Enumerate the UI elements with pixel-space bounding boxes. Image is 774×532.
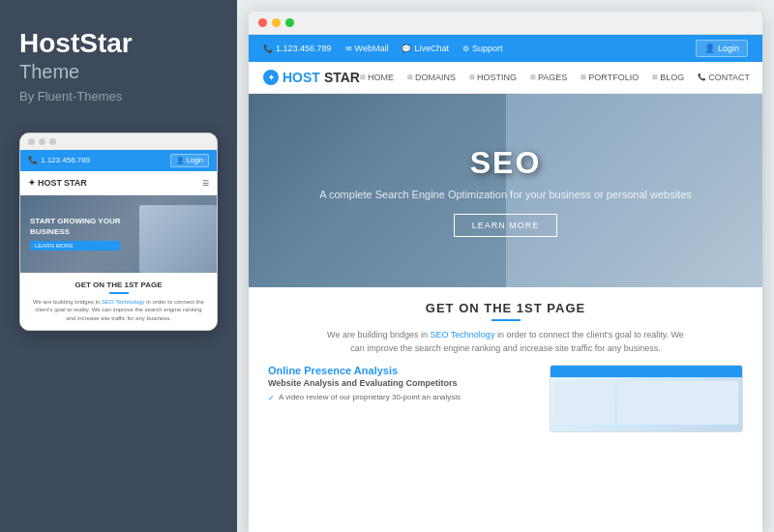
desktop-below-hero: GET ON THE 1ST PAGE We are building brid… — [249, 287, 762, 532]
mobile-phone: 📞 1.123.456.789 — [28, 156, 90, 164]
screenshot-col-1 — [554, 381, 614, 425]
below-seo-link[interactable]: SEO Technology — [431, 330, 495, 340]
nav-contact[interactable]: 📞 CONTACT — [698, 73, 750, 82]
mobile-content: GET ON THE 1ST PAGE We are building brid… — [20, 273, 217, 330]
right-panel: 📞 1.123.456.789 ✉ WebMail 💬 LiveChat ⚙ S… — [237, 0, 774, 532]
mobile-topbar: 📞 1.123.456.789 👤 Login — [20, 150, 217, 171]
home-icon: ⊞ — [360, 74, 366, 81]
contact-icon: 📞 — [698, 74, 706, 81]
desktop-contact-info: 📞 1.123.456.789 ✉ WebMail 💬 LiveChat ⚙ S… — [263, 44, 502, 53]
mobile-divider — [109, 292, 129, 294]
mobile-logo: ✦ HOSTSTAR — [28, 178, 87, 188]
mobile-dot-2 — [39, 138, 45, 145]
mobile-hero-content: START GROWING YOUR BUSINESS LEARN MORE — [30, 217, 120, 251]
desktop-phone: 📞 1.123.456.789 — [263, 44, 332, 53]
mobile-description: We are building bridges in SEO Technolog… — [30, 298, 207, 322]
list-item: ✓ A video review of our proprietary 30-p… — [268, 392, 535, 403]
domains-icon: ⊞ — [407, 74, 413, 81]
screenshot-topbar — [551, 366, 742, 377]
user-icon: 👤 — [176, 157, 185, 163]
logo-icon-blue: ✦ — [28, 178, 36, 188]
desktop-hero: SEO A complete Search Engine Optimizatio… — [249, 94, 762, 287]
nav-pages[interactable]: ⊞ PAGES — [530, 73, 567, 82]
app-subtitle: Theme — [19, 61, 79, 83]
mobile-preview: 📞 1.123.456.789 👤 Login ✦ HOSTSTAR ≡ STA… — [19, 133, 218, 331]
blog-icon: ⊞ — [652, 74, 658, 81]
phone-icon: 📞 — [28, 156, 38, 164]
desktop-nav: ⊞ HOME ⊞ DOMAINS ⊞ HOSTING ⊞ PAGES ⊞ P — [360, 73, 750, 82]
mobile-dot-3 — [49, 138, 56, 145]
desktop-login-button[interactable]: 👤 Login — [696, 40, 748, 57]
check-icon: ✓ — [268, 393, 275, 403]
mobile-titlebar — [20, 133, 217, 150]
desktop-logo: ✦ HOSTSTAR — [263, 70, 360, 85]
below-columns: Online Presence Analysis Website Analysi… — [268, 365, 743, 432]
preview-screenshot — [550, 365, 743, 432]
mobile-hero-people — [139, 205, 217, 273]
desktop-livechat[interactable]: 💬 LiveChat — [402, 44, 449, 53]
below-feature-list: ✓ A video review of our proprietary 30-p… — [268, 392, 535, 403]
screenshot-col-2 — [617, 381, 738, 425]
mobile-seo-link[interactable]: SEO Technology — [102, 299, 145, 305]
screenshot-content — [551, 377, 742, 429]
nav-blog[interactable]: ⊞ BLOG — [652, 73, 684, 82]
user-icon: 👤 — [704, 44, 715, 53]
window-maximize-dot — [285, 18, 294, 27]
left-panel: HostStar Theme By Fluent-Themes 📞 1.123.… — [0, 0, 237, 532]
chat-icon: 💬 — [402, 44, 411, 53]
webmail-icon: ✉ — [345, 44, 352, 53]
mobile-login-button[interactable]: 👤 Login — [170, 154, 209, 167]
desktop-navbar: ✦ HOSTSTAR ⊞ HOME ⊞ DOMAINS ⊞ HOSTING — [249, 62, 762, 94]
mobile-hero: START GROWING YOUR BUSINESS LEARN MORE — [20, 195, 217, 273]
desktop-topbar: 📞 1.123.456.789 ✉ WebMail 💬 LiveChat ⚙ S… — [249, 35, 762, 62]
mobile-hero-button[interactable]: LEARN MORE — [30, 241, 120, 251]
hero-cta-button[interactable]: LEARN MORE — [454, 214, 558, 237]
support-icon: ⚙ — [462, 44, 469, 53]
mobile-section-title: GET ON THE 1ST PAGE — [30, 281, 207, 289]
hamburger-icon[interactable]: ≡ — [202, 176, 209, 190]
online-presence-title: Online Presence Analysis — [268, 365, 535, 376]
nav-home[interactable]: ⊞ HOME — [360, 73, 394, 82]
hosting-icon: ⊞ — [469, 74, 475, 81]
desktop-support[interactable]: ⚙ Support — [462, 44, 503, 53]
nav-domains[interactable]: ⊞ DOMAINS — [407, 73, 456, 82]
desktop-webmail[interactable]: ✉ WebMail — [345, 44, 389, 53]
below-divider — [491, 319, 521, 321]
app-author: By Fluent-Themes — [19, 89, 122, 103]
hero-subtitle: A complete Search Engine Optimization fo… — [319, 189, 692, 200]
logo-icon: ✦ — [263, 70, 279, 85]
below-left-col: Online Presence Analysis Website Analysi… — [268, 365, 535, 405]
below-col-subtitle: Website Analysis and Evaluating Competit… — [268, 378, 535, 388]
app-title: HostStar — [19, 29, 133, 59]
pages-icon: ⊞ — [530, 74, 536, 81]
hero-content: SEO A complete Search Engine Optimizatio… — [319, 145, 692, 237]
window-close-dot — [258, 18, 267, 27]
mobile-hero-title: START GROWING YOUR BUSINESS — [30, 217, 120, 237]
below-description: We are building bridges in SEO Technolog… — [322, 329, 690, 355]
phone-icon: 📞 — [263, 44, 273, 53]
window-minimize-dot — [272, 18, 281, 27]
nav-hosting[interactable]: ⊞ HOSTING — [469, 73, 517, 82]
mobile-dot-1 — [28, 138, 35, 145]
portfolio-icon: ⊞ — [580, 74, 586, 81]
nav-portfolio[interactable]: ⊞ PORTFOLIO — [580, 73, 639, 82]
below-right-col — [550, 365, 743, 432]
below-section-title: GET ON THE 1ST PAGE — [268, 301, 743, 315]
mobile-navbar: ✦ HOSTSTAR ≡ — [20, 171, 217, 195]
window-titlebar — [249, 12, 762, 35]
hero-title: SEO — [319, 145, 692, 181]
desktop-preview-window: 📞 1.123.456.789 ✉ WebMail 💬 LiveChat ⚙ S… — [249, 12, 762, 532]
